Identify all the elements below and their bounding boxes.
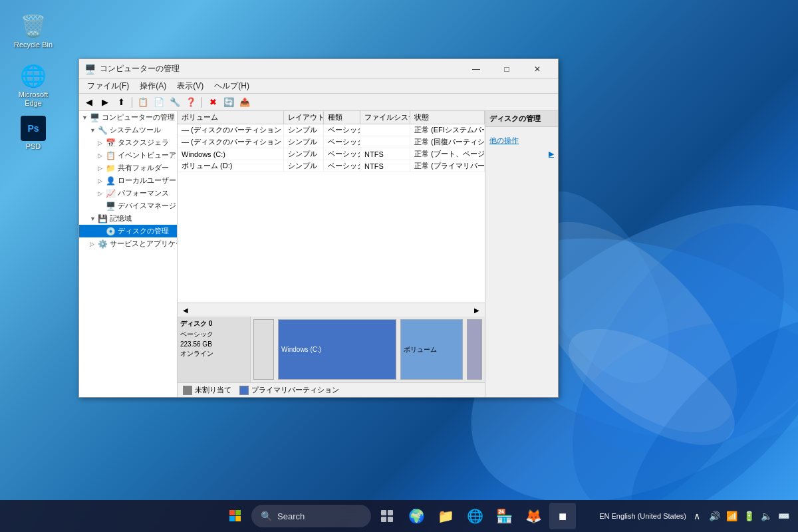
tree-storage[interactable]: ▼ 💾 記憶域: [79, 212, 177, 225]
partition-recovery[interactable]: [467, 319, 482, 380]
tree-performance[interactable]: ▷ 📈 パフォーマンス: [79, 187, 177, 200]
search-bar[interactable]: 🔍 Search: [251, 505, 371, 527]
taskbar-tray: EN English (United States) ∧ 🔊 📶 🔋 🔈 ⌨️: [599, 509, 790, 523]
cell-status-2: 正常 (ブート、ページファイル、クラッシュダンプ、プライ...: [410, 148, 485, 160]
search-icon: 🔍: [261, 511, 272, 521]
tree-system-tools[interactable]: ▼ 🔧 システムツール: [79, 124, 177, 136]
new-window-btn[interactable]: ✖: [205, 95, 220, 110]
cell-layout-2: シンプル: [284, 148, 324, 160]
taskbar-app[interactable]: 🦊: [520, 503, 547, 529]
taskbar-center: 🔍 Search 🌍 📁 🌐 🏪 🦊: [222, 503, 576, 529]
tray-wifi[interactable]: 📶: [725, 509, 738, 523]
action-arrow[interactable]: ▶: [485, 148, 558, 160]
task-view-button[interactable]: [374, 503, 400, 529]
taskbar-store[interactable]: 🏪: [491, 503, 517, 529]
svg-rect-13: [388, 510, 393, 515]
maximize-button[interactable]: □: [491, 59, 522, 79]
tree-services-apps[interactable]: ▷ ⚙️ サービスとアプリケーション: [79, 237, 177, 250]
col-layout[interactable]: レイアウト: [284, 111, 324, 124]
close-button[interactable]: ✕: [522, 59, 553, 79]
col-fs[interactable]: ファイルシステム: [360, 111, 410, 124]
up-btn[interactable]: ⬆: [114, 95, 128, 110]
tree-device-manager[interactable]: 🖥️ デバイスマネージャー: [79, 200, 177, 212]
minimize-button[interactable]: —: [461, 59, 491, 79]
cell-volume-1: — (ディスクのパーティション 4): [178, 136, 284, 148]
svg-rect-8: [229, 510, 235, 515]
taskbar-edge[interactable]: 🌐: [462, 503, 488, 529]
taskbar-terminal[interactable]: ■: [549, 503, 576, 529]
partition-unallocated[interactable]: [253, 319, 274, 380]
table-row[interactable]: — (ディスクのパーティション 1) シンプル ベーシック 正常 (EFIシステ…: [178, 124, 485, 136]
table-row[interactable]: ボリューム (D:) シンプル ベーシック NTFS 正常 (プライマリパーティ…: [178, 160, 485, 172]
disk-content: ディスク 0 ベーシック 223.56 GB オンライン Windows (C:…: [178, 317, 485, 382]
cell-layout-0: シンプル: [284, 124, 324, 136]
actions-panel: ディスクの管理 他の操作 ▶: [485, 111, 558, 397]
svg-rect-15: [388, 517, 393, 522]
tray-chevron[interactable]: ∧: [690, 509, 704, 523]
back-btn[interactable]: ◀: [82, 95, 96, 110]
cell-type-3: ベーシック: [324, 160, 360, 172]
partition-volume-d[interactable]: ボリューム: [400, 319, 463, 380]
details-btn[interactable]: 📄: [152, 95, 166, 110]
tray-kb[interactable]: ⌨️: [777, 509, 790, 523]
show-hide-btn[interactable]: 📋: [136, 95, 150, 110]
svg-rect-9: [235, 510, 241, 515]
disk-nav-right[interactable]: ▶: [471, 305, 482, 315]
tray-battery[interactable]: 🔋: [742, 509, 755, 523]
language-indicator[interactable]: EN English (United States): [599, 512, 686, 520]
tree-panel: ▼ 🖥️ コンピューターの管理 (ローカル) ▼ 🔧 システムツール ▷ 📅 タ…: [79, 111, 178, 397]
help-btn[interactable]: ❓: [184, 95, 198, 110]
table-row[interactable]: — (ディスクのパーティション 4) シンプル ベーシック 正常 (回復パーティ…: [178, 136, 485, 148]
tree-shared-folders[interactable]: ▷ 📁 共有フォルダー: [79, 162, 177, 174]
tree-task-scheduler[interactable]: ▷ 📅 タスクスジェラ: [79, 136, 177, 149]
forward-btn[interactable]: ▶: [98, 95, 112, 110]
partition-windows[interactable]: Windows (C:): [278, 319, 396, 380]
disk-nav-left[interactable]: ◀: [180, 305, 191, 315]
tree-local-users[interactable]: ▷ 👤 ローカルユーザーとグループ: [79, 174, 177, 187]
svg-rect-14: [381, 517, 386, 522]
edge-icon[interactable]: 🌐 Microsoft Edge: [10, 60, 57, 110]
disk-name: ディスク 0: [180, 319, 247, 329]
col-status[interactable]: 状態: [410, 111, 485, 124]
title-bar: 🖥️ コンピューターの管理 — □ ✕: [79, 59, 558, 79]
menu-view[interactable]: 表示(V): [172, 79, 209, 93]
export-btn[interactable]: 📤: [237, 95, 252, 110]
cell-status-1: 正常 (回復パーティション): [410, 136, 485, 148]
start-button[interactable]: [222, 503, 249, 529]
menu-help[interactable]: ヘルプ(H): [209, 79, 255, 93]
table-header: ボリューム レイアウト 種類 ファイルシステム 状態: [178, 111, 485, 124]
menu-action[interactable]: 操作(A): [134, 79, 172, 93]
recycle-bin-icon[interactable]: 🗑️ Recycle Bin: [10, 10, 57, 52]
tree-event-viewer[interactable]: ▷ 📋 イベントビューアー: [79, 149, 177, 162]
taskbar-explorer[interactable]: 📁: [432, 503, 459, 529]
tray-volume[interactable]: 🔈: [759, 509, 773, 523]
table-row[interactable]: Windows (C:) シンプル ベーシック NTFS 正常 (ブート、ページ…: [178, 148, 485, 160]
computer-management-window: 🖥️ コンピューターの管理 — □ ✕ ファイル(F) 操作(A) 表示(V) …: [78, 59, 559, 398]
photoshop-icon[interactable]: Ps PSD: [10, 113, 57, 154]
recycle-bin-label: Recycle Bin: [14, 41, 53, 49]
cell-fs-0: [360, 124, 410, 136]
toolbar: ◀ ▶ ⬆ 📋 📄 🔧 ❓ ✖ 🔄 📤: [79, 94, 558, 111]
cell-type-0: ベーシック: [324, 124, 360, 136]
legend-unallocated-box: [183, 386, 192, 395]
col-volume[interactable]: ボリューム: [178, 111, 284, 124]
refresh-btn[interactable]: 🔄: [221, 95, 236, 110]
tree-disk-management[interactable]: 💿 ディスクの管理: [79, 225, 177, 237]
recycle-bin-image: 🗑️: [20, 13, 47, 39]
legend-unallocated-label: 未割り当て: [195, 385, 231, 395]
actions-header: ディスクの管理: [485, 111, 558, 127]
menu-file[interactable]: ファイル(F): [82, 79, 134, 93]
cell-status-0: 正常 (EFIシステムパーティション): [410, 124, 485, 136]
tree-root[interactable]: ▼ 🖥️ コンピューターの管理 (ローカル): [79, 111, 177, 124]
properties-btn[interactable]: 🔧: [168, 95, 182, 110]
action-other-ops[interactable]: 他の操作: [485, 134, 558, 148]
svg-point-4: [567, 298, 798, 475]
col-type[interactable]: 種類: [324, 111, 360, 124]
center-panel: ボリューム レイアウト 種類 ファイルシステム 状態 — (ディスクのパーティシ…: [178, 111, 485, 397]
ps-image: Ps: [21, 116, 46, 141]
svg-rect-10: [229, 516, 235, 521]
taskbar-browser[interactable]: 🌍: [403, 503, 430, 529]
tray-network[interactable]: 🔊: [708, 509, 721, 523]
toolbar-separator-2: [201, 97, 202, 108]
cell-volume-3: ボリューム (D:): [178, 160, 284, 172]
